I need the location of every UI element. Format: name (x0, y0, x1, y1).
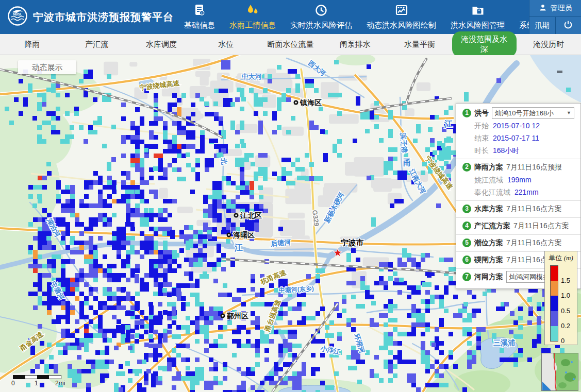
svg-text:i: i (202, 11, 203, 15)
map-scale-bar: 0 1 2mi (13, 375, 61, 387)
tab-section-flow[interactable]: 断面水位流量 (258, 37, 323, 53)
step-badge: 3 (462, 204, 471, 213)
sub-nav: 降雨 产汇流 水库调度 水位 断面水位流量 闸泵排水 水量平衡 淹没范围及水深 … (0, 34, 581, 55)
clock-icon (315, 4, 327, 19)
map-label: 三溪浦 (493, 338, 515, 347)
panel-section-1: 1洪号灿鸿10号开始168小▼开始2015-07-10 12结束2015-07-… (456, 105, 580, 159)
svg-text:NBSL: NBSL (13, 12, 22, 16)
map-label: 鄞州区 (227, 312, 248, 320)
tab-gate-pump[interactable]: 闸泵排水 (323, 37, 387, 53)
map-label: 宁波市 (341, 238, 364, 247)
overview-minimap[interactable] (541, 353, 578, 391)
section-value: 7月11日16点方案 (506, 236, 562, 249)
flood-period-button[interactable]: 汛期 (529, 17, 555, 34)
panel-section-5: 5潮位方案7月11日16点方案 (456, 234, 580, 251)
panel-section-3: 3水库方案7月11日16点方案 (456, 200, 580, 217)
step-badge: 2 (462, 163, 471, 172)
map-label: 江北区 (240, 211, 262, 219)
tab-rainfall[interactable]: 降雨 (0, 37, 64, 53)
section-value: 7月11日16点方案 (513, 219, 569, 232)
panel-row: 时长168小时 (462, 144, 574, 157)
legend-tick: 0.5 (561, 307, 570, 315)
panel-section-2: 2降雨方案7月11日16点预报姚江流域199mm奉化江流域221mm (456, 159, 580, 200)
nav-item-water-rain-info[interactable]: 水雨工情信息 (229, 4, 276, 30)
panel-row: 姚江流域199mm (462, 174, 574, 186)
nav-item-realtime-risk[interactable]: 实时洪水风险评估 (290, 4, 352, 30)
chevron-down-icon: ▼ (567, 107, 571, 119)
depth-legend: 单位 (m) 1.51.00.50.20 (544, 251, 577, 345)
map-label: 北 (220, 157, 228, 165)
panel-row: 开始2015-07-10 12 (462, 120, 574, 132)
tab-water-balance[interactable]: 水量平衡 (387, 37, 452, 53)
nav-item-dynamic-riskmap[interactable]: 动态洪水风险图绘制 (367, 4, 436, 30)
legend-colorbar (550, 265, 558, 342)
power-icon (563, 20, 573, 31)
user-menu[interactable]: 管理员 (529, 0, 581, 17)
tab-runoff[interactable]: 产汇流 (64, 37, 129, 53)
map-label: 江 (234, 243, 243, 252)
map-label: 中大河 (242, 73, 262, 80)
section-title: 洪号 (474, 107, 489, 120)
user-name: 管理员 (551, 4, 572, 13)
panel-section-4: 4产汇流方案7月11日16点方案 (456, 217, 580, 234)
section-title: 水库方案 (474, 202, 503, 215)
nav-item-basic-info[interactable]: i 基础信息 (184, 4, 215, 30)
section-title: 潮位方案 (474, 236, 503, 249)
step-badge: 6 (462, 255, 471, 264)
info-doc-icon: i (193, 4, 206, 19)
app-header: NBSL 宁波市城市洪涝预报预警平台 i 基础信息 水雨工情 (0, 0, 581, 34)
nav-item-label: 洪水风险图管理 (451, 21, 505, 30)
map-label: 中塘河(东乡) (278, 285, 314, 294)
map-label: 江 (444, 120, 453, 128)
map-label: 海曙区 (233, 231, 255, 239)
logout-button[interactable] (555, 17, 581, 34)
panel-row: 奉化江流域221mm (462, 186, 574, 198)
legend-tick: 0.2 (561, 322, 570, 330)
nav-item-label: 水雨工情信息 (229, 21, 276, 30)
main-nav: i 基础信息 水雨工情信息 实时洪水风险评估 (184, 4, 550, 30)
section-value: 7月11日16点预报 (506, 161, 562, 174)
tab-inundation-extent-depth[interactable]: 淹没范围及水深 (452, 31, 517, 57)
section-title: 产汇流方案 (474, 219, 510, 232)
step-badge: 7 (462, 272, 471, 281)
chart-draw-icon (395, 4, 408, 19)
step-badge: 4 (462, 221, 471, 230)
section-value: 7月11日16点方案 (506, 202, 562, 215)
scale-bar-segments (13, 375, 61, 379)
map-label: 西大河 (306, 59, 327, 77)
user-block: 管理员 汛期 (529, 0, 581, 34)
section-title: 碶闸方案 (474, 253, 503, 266)
water-drops-icon (246, 4, 259, 19)
step-badge: 5 (462, 238, 471, 247)
tab-water-level[interactable]: 水位 (194, 37, 258, 53)
map-label: 镇海区 (300, 98, 322, 107)
folder-lock-icon (471, 4, 485, 19)
map-label: 甬 (403, 158, 411, 167)
legend-title: 单位 (m) (545, 253, 577, 263)
step-badge: 1 (462, 109, 471, 117)
nav-item-label: 动态洪水风险图绘制 (367, 21, 436, 30)
legend-tick: 1.0 (561, 292, 570, 299)
legend-tick: 1.5 (561, 277, 570, 284)
section-title: 河网方案 (474, 270, 503, 283)
app-logo-icon: NBSL (7, 6, 28, 28)
nav-item-riskmap-manage[interactable]: 洪水风险图管理 (451, 4, 505, 30)
flood-event-select[interactable]: 灿鸿10号开始168小▼ (492, 107, 574, 119)
user-icon (539, 4, 547, 13)
panel-row: 结束2015-07-17 11 (462, 132, 574, 144)
legend-tick: 0 (561, 337, 565, 345)
map-canvas[interactable]: 中大河西大河北滨子港新杨木碶河后塘河江甬江江南大河湖泊河中塘河中塘河(东乡)小洋… (0, 55, 581, 392)
page-title: 宁波市城市洪涝预报预警平台 (33, 10, 174, 24)
nav-item-label: 实时洪水风险评估 (290, 21, 352, 30)
tab-reservoir-dispatch[interactable]: 水库调度 (129, 37, 193, 53)
dynamic-display-button[interactable]: 动态展示 (18, 60, 76, 74)
map-label: G329 (311, 210, 321, 227)
section-title: 降雨方案 (474, 161, 503, 174)
tab-inundation-duration[interactable]: 淹没历时 (517, 37, 581, 53)
nav-item-label: 基础信息 (184, 21, 215, 30)
